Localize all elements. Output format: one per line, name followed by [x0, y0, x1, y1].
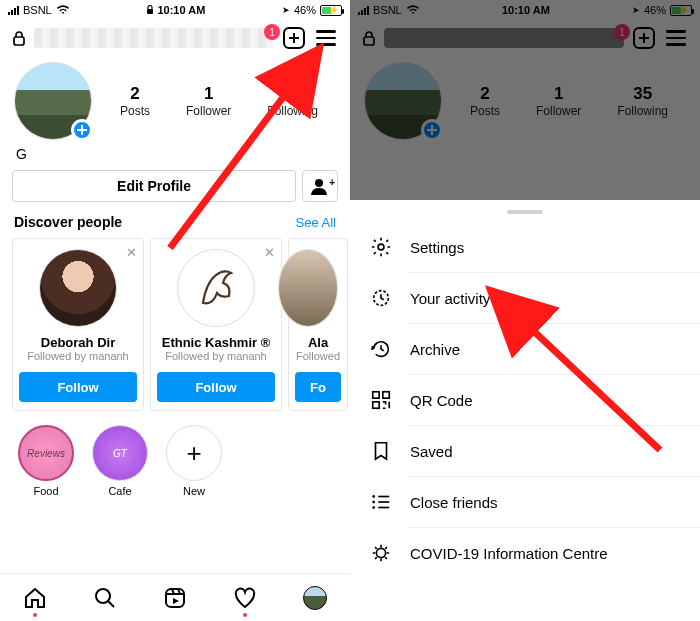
- suggestion-avatar[interactable]: [278, 249, 338, 327]
- suggestion-card: ✕ Deborah Dir Followed by mananh Follow: [12, 238, 144, 411]
- battery-pct: 46%: [294, 4, 316, 16]
- highlight-food[interactable]: ReviewsFood: [18, 425, 74, 497]
- suggestion-card: Ala Followed Fo: [288, 238, 348, 411]
- activity-icon: [370, 287, 392, 309]
- menu-label: Saved: [410, 443, 453, 460]
- battery-icon: ⚡: [320, 5, 342, 16]
- nav-reels-icon[interactable]: [162, 585, 188, 611]
- menu-archive[interactable]: Archive: [350, 324, 700, 374]
- nav-search-icon[interactable]: [92, 585, 118, 611]
- add-story-badge[interactable]: [71, 119, 93, 141]
- bottom-nav: [0, 573, 350, 621]
- phone-left-profile: BSNL 10:10 AM ➤ 46% ⚡ 1 2Posts 1Follower…: [0, 0, 350, 621]
- svg-rect-0: [147, 9, 153, 14]
- suggestion-card: ✕ Ethnic Kashmir ® Followed by mananh Fo…: [150, 238, 282, 411]
- menu-label: Settings: [410, 239, 464, 256]
- svg-rect-4: [166, 589, 184, 607]
- suggestion-sub: Followed by mananh: [165, 350, 267, 362]
- follow-button[interactable]: Follow: [157, 372, 275, 402]
- profile-avatar[interactable]: [14, 62, 92, 140]
- sheet-grabber[interactable]: [507, 210, 543, 214]
- svg-rect-1: [14, 37, 24, 45]
- highlight-circle: Reviews: [18, 425, 74, 481]
- modal-overlay[interactable]: [350, 0, 700, 200]
- bookmark-icon: [370, 440, 392, 462]
- stat-following[interactable]: 35Following: [267, 84, 318, 118]
- menu-saved[interactable]: Saved: [350, 426, 700, 476]
- highlights-row: ReviewsFood GTCafe +New: [0, 411, 350, 503]
- list-icon: [370, 491, 392, 513]
- suggestion-name: Deborah Dir: [41, 335, 115, 350]
- gear-icon: [370, 236, 392, 258]
- close-icon[interactable]: ✕: [126, 245, 137, 260]
- menu-label: QR Code: [410, 392, 473, 409]
- signal-icon: [8, 6, 19, 15]
- menu-settings[interactable]: Settings: [350, 222, 700, 272]
- menu-label: COVID-19 Information Centre: [410, 545, 608, 562]
- menu-qr-code[interactable]: QR Code: [350, 375, 700, 425]
- status-bar: BSNL 10:10 AM ➤ 46% ⚡: [0, 0, 350, 18]
- suggestion-avatar[interactable]: [39, 249, 117, 327]
- notification-badge: 1: [264, 24, 280, 40]
- phone-right-menu: BSNL 10:10 AM ➤ 46% ⚡ 1 2Posts 1Follower…: [350, 0, 700, 621]
- menu-your-activity[interactable]: Your activity: [350, 273, 700, 323]
- svg-rect-14: [373, 402, 379, 408]
- highlight-new[interactable]: +New: [166, 425, 222, 497]
- menu-label: Close friends: [410, 494, 498, 511]
- nav-profile-icon[interactable]: [302, 585, 328, 611]
- discover-people-button[interactable]: +: [302, 170, 338, 202]
- svg-rect-12: [373, 392, 379, 398]
- qr-icon: [370, 389, 392, 411]
- suggestion-sub: Followed by mananh: [27, 350, 129, 362]
- lock-icon: [146, 5, 154, 15]
- menu-label: Your activity: [410, 290, 490, 307]
- svg-point-18: [376, 548, 385, 557]
- covid-icon: [370, 542, 392, 564]
- display-name: G: [0, 140, 350, 170]
- svg-line-3: [108, 601, 114, 607]
- menu-hamburger-button[interactable]: [314, 26, 338, 50]
- nav-home-icon[interactable]: [22, 585, 48, 611]
- close-icon[interactable]: ✕: [264, 245, 275, 260]
- profile-info-row: 2Posts 1Follower 35Following: [0, 58, 350, 140]
- discover-cards: ✕ Deborah Dir Followed by mananh Follow …: [0, 238, 350, 411]
- see-all-link[interactable]: See All: [296, 215, 336, 230]
- suggestion-sub: Followed: [296, 350, 340, 362]
- stat-posts[interactable]: 2Posts: [120, 84, 150, 118]
- follow-button[interactable]: Fo: [295, 372, 341, 402]
- suggestion-avatar[interactable]: [177, 249, 255, 327]
- svg-point-10: [378, 244, 384, 250]
- menu-covid-info[interactable]: COVID-19 Information Centre: [350, 528, 700, 578]
- username-dropdown[interactable]: 1: [34, 28, 274, 48]
- location-icon: ➤: [282, 5, 290, 15]
- follow-button[interactable]: Follow: [19, 372, 137, 402]
- wifi-icon: [56, 5, 70, 15]
- menu-label: Archive: [410, 341, 460, 358]
- highlight-circle: +: [166, 425, 222, 481]
- menu-close-friends[interactable]: Close friends: [350, 477, 700, 527]
- stats-row: 2Posts 1Follower 35Following: [102, 84, 336, 118]
- svg-point-2: [96, 589, 110, 603]
- discover-title: Discover people: [14, 214, 122, 230]
- stat-followers[interactable]: 1Follower: [186, 84, 231, 118]
- profile-header: 1: [0, 18, 350, 58]
- menu-sheet: Settings Your activity Archive QR Code S…: [350, 200, 700, 621]
- highlight-circle: GT: [92, 425, 148, 481]
- archive-icon: [370, 338, 392, 360]
- status-time: 10:10 AM: [146, 4, 205, 16]
- suggestion-name: Ethnic Kashmir ®: [162, 335, 271, 350]
- privacy-lock-icon: [12, 30, 26, 46]
- nav-activity-icon[interactable]: [232, 585, 258, 611]
- svg-rect-13: [383, 392, 389, 398]
- carrier-label: BSNL: [23, 4, 52, 16]
- highlight-cafe[interactable]: GTCafe: [92, 425, 148, 497]
- suggestion-name: Ala: [308, 335, 328, 350]
- new-post-button[interactable]: [282, 26, 306, 50]
- edit-profile-button[interactable]: Edit Profile: [12, 170, 296, 202]
